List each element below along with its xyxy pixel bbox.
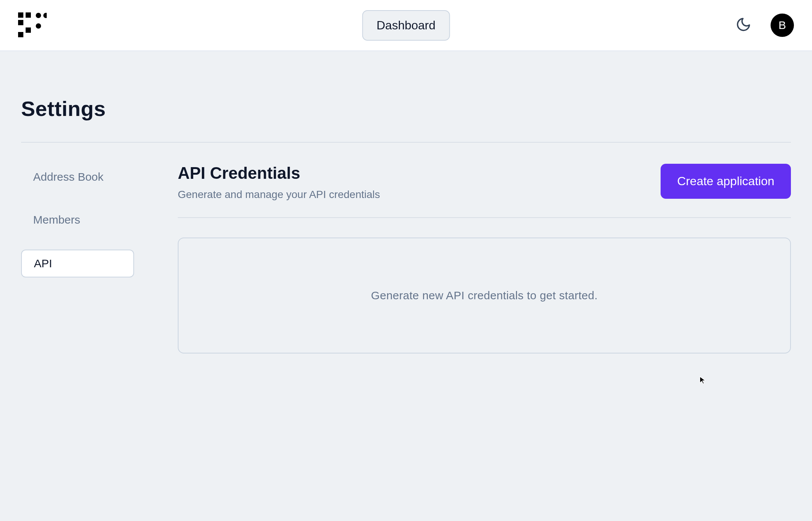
moon-icon <box>736 17 751 34</box>
empty-state-text: Generate new API credentials to get star… <box>371 289 598 302</box>
svg-rect-2 <box>18 20 23 25</box>
settings-sidebar: Address Book Members API <box>21 164 157 277</box>
svg-rect-0 <box>18 12 23 18</box>
app-logo[interactable] <box>18 12 47 38</box>
page-title: Settings <box>21 96 791 143</box>
svg-point-6 <box>43 13 47 18</box>
svg-rect-3 <box>26 27 31 33</box>
sidebar-item-members[interactable]: Members <box>21 207 134 233</box>
create-application-button[interactable]: Create application <box>661 164 791 199</box>
topbar: Dashboard B <box>0 0 812 51</box>
sidebar-item-label: Members <box>33 213 80 226</box>
sidebar-item-address-book[interactable]: Address Book <box>21 164 134 190</box>
page-body: Settings Address Book Members API API Cr… <box>0 51 812 353</box>
dashboard-button[interactable]: Dashboard <box>362 10 450 41</box>
svg-point-7 <box>36 23 41 29</box>
svg-rect-4 <box>18 32 23 37</box>
svg-rect-1 <box>26 12 31 18</box>
avatar[interactable]: B <box>771 14 794 37</box>
sidebar-item-api[interactable]: API <box>21 250 134 277</box>
sidebar-item-label: API <box>34 257 52 270</box>
main-panel: API Credentials Generate and manage your… <box>178 164 791 353</box>
empty-state-card: Generate new API credentials to get star… <box>178 238 791 353</box>
section-title: API Credentials <box>178 164 380 183</box>
section-subtitle: Generate and manage your API credentials <box>178 189 380 201</box>
sidebar-item-label: Address Book <box>33 171 104 183</box>
theme-toggle-button[interactable] <box>734 16 752 34</box>
section-header: API Credentials Generate and manage your… <box>178 164 791 218</box>
mouse-cursor-icon <box>699 376 708 385</box>
svg-point-5 <box>36 13 41 18</box>
